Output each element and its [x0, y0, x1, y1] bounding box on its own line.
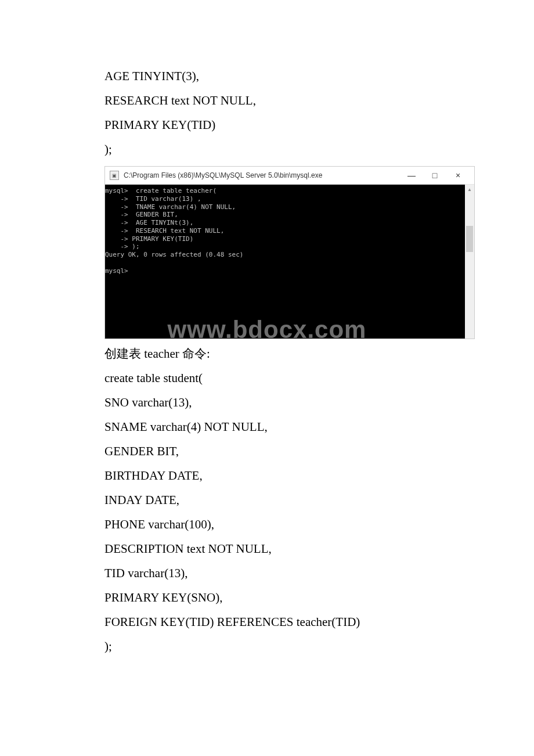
scroll-track[interactable] — [465, 194, 474, 339]
sql-line: ); — [104, 634, 430, 658]
scroll-up-icon[interactable]: ▲ — [465, 185, 474, 194]
sql-line: FOREIGN KEY(TID) REFERENCES teacher(TID) — [104, 610, 430, 634]
sql-line: DESCRIPTION text NOT NULL, — [104, 537, 430, 561]
sql-line: PRIMARY KEY(SNO), — [104, 585, 430, 610]
sql-line: create table student( — [104, 366, 430, 390]
sql-line: TID varchar(13), — [104, 561, 430, 585]
sql-line: PRIMARY KEY(TID) — [104, 113, 430, 137]
minimize-button[interactable]: — — [400, 171, 423, 180]
sql-line: INDAY DATE, — [104, 488, 430, 512]
terminal-output[interactable]: mysql> create table teacher( -> TID varc… — [105, 185, 465, 339]
window-titlebar[interactable]: ▣ C:\Program Files (x86)\MySQL\MySQL Ser… — [105, 167, 474, 185]
sql-line: SNO varchar(13), — [104, 390, 430, 415]
scrollbar[interactable]: ▲ — [465, 185, 474, 339]
app-icon: ▣ — [110, 171, 119, 180]
window-controls: — □ × — [400, 171, 470, 180]
window-title: C:\Program Files (x86)\MySQL\MySQL Serve… — [124, 171, 400, 179]
sql-line: GENDER BIT, — [104, 439, 430, 463]
caption-text: 创建表 teacher 命令: — [104, 341, 430, 366]
sql-line: ); — [104, 137, 430, 161]
document-page: AGE TINYINT(3), RESEARCH text NOT NULL, … — [0, 0, 534, 705]
sql-line: AGE TINYINT(3), — [104, 64, 430, 88]
sql-line: RESEARCH text NOT NULL, — [104, 88, 430, 113]
sql-line: SNAME varchar(4) NOT NULL, — [104, 415, 430, 439]
terminal-window: ▣ C:\Program Files (x86)\MySQL\MySQL Ser… — [104, 166, 475, 339]
maximize-button[interactable]: □ — [423, 171, 446, 180]
sql-line: PHONE varchar(100), — [104, 512, 430, 537]
sql-line: BIRTHDAY DATE, — [104, 463, 430, 488]
close-button[interactable]: × — [446, 171, 470, 180]
scroll-thumb[interactable] — [466, 226, 473, 252]
